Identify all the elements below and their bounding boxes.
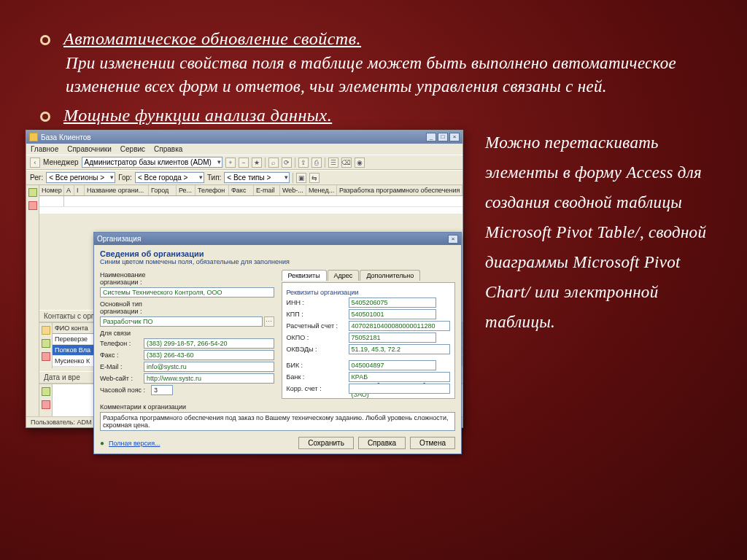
toolbar-icon[interactable]: ◉ — [355, 158, 365, 168]
phone-input[interactable]: (383) 299-18-57, 266-54-20 — [144, 338, 274, 349]
web-label: Web-сайт : — [100, 375, 144, 382]
grid-col[interactable]: А — [64, 185, 74, 195]
separator — [295, 158, 295, 168]
nav-icon[interactable]: ‹ — [30, 158, 40, 168]
toolbar-icon[interactable]: + — [225, 158, 236, 168]
inn-label: ИНН : — [287, 299, 349, 306]
side-icon[interactable] — [42, 339, 50, 348]
tz-input[interactable]: 3 — [151, 385, 173, 395]
grid-col[interactable]: Номер — [39, 185, 64, 195]
filter-icon[interactable]: ▣ — [296, 173, 306, 183]
save-button[interactable]: Сохранить — [298, 437, 354, 449]
okpo-input[interactable]: 75052181 — [349, 332, 436, 343]
fax-input[interactable]: (383) 266-43-60 — [144, 350, 274, 360]
name-input[interactable]: Системы Технического Контроля, ООО — [100, 287, 274, 298]
rs-label: Расчетный счет : — [287, 322, 349, 330]
toolbar-icon[interactable]: ⌕ — [268, 158, 279, 168]
grid-col[interactable]: E-mail — [254, 185, 280, 195]
dialog-close-button[interactable]: × — [448, 235, 458, 244]
type-input[interactable]: Разработчик ПО — [100, 316, 263, 327]
dialog-heading: Сведения об организации — [100, 249, 455, 258]
filter-icon[interactable]: ⇆ — [309, 173, 320, 183]
side-icon[interactable] — [42, 352, 50, 361]
dialog-titlebar[interactable]: Организация × — [94, 233, 461, 245]
grid-col[interactable]: Web-... — [280, 185, 306, 195]
toolbar-icon[interactable]: ★ — [252, 158, 262, 168]
phone-label: Телефон : — [100, 340, 144, 347]
bik-label: БИК : — [287, 362, 349, 369]
minimize-button[interactable]: _ — [426, 133, 436, 141]
toolbar-icon[interactable]: ☰ — [328, 158, 338, 168]
tz-label: Часовой пояс : — [100, 386, 151, 394]
korr-input[interactable] — [349, 384, 451, 394]
app-icon — [29, 133, 38, 141]
embedded-app-window: База Клиентов _ □ × Главное Справочники … — [26, 130, 463, 428]
filter-reg-combo[interactable]: < Все регионы > — [46, 172, 115, 183]
grid-col[interactable]: Разработка программного обеспечения ... — [337, 185, 462, 195]
bik-input[interactable]: 045004897 — [349, 360, 436, 370]
cancel-button[interactable]: Отмена — [410, 437, 455, 449]
comment-label: Комментарии к организации — [100, 403, 455, 411]
titlebar[interactable]: База Клиентов _ □ × — [26, 131, 462, 144]
grid-body[interactable] — [39, 196, 462, 214]
grid-col[interactable]: Телефон — [196, 185, 229, 195]
dialog-title: Организация — [97, 235, 141, 243]
toolbar-icon[interactable]: ⟳ — [282, 158, 292, 168]
grid-header: Номер А I Название органи... Город Ре...… — [39, 185, 462, 196]
comment-textarea[interactable]: Разработка программного обеспечения под … — [100, 412, 455, 431]
kpp-input[interactable]: 540501001 — [349, 309, 436, 319]
tab-address[interactable]: Адрес — [328, 270, 360, 281]
filter-gor-combo[interactable]: < Все города > — [135, 172, 204, 183]
full-version-link[interactable]: Полная версия... — [109, 440, 160, 447]
inn-input[interactable]: 5405206075 — [349, 298, 436, 308]
grid-col[interactable]: Факс — [229, 185, 254, 195]
okpo-label: ОКПО : — [287, 334, 349, 341]
tab-rekvizity[interactable]: Реквизиты — [282, 270, 327, 281]
web-input[interactable]: http://www.systc.ru — [144, 373, 274, 384]
grid-col[interactable]: Менед... — [306, 185, 337, 195]
bullet2-title: Мощные функции анализа данных. — [63, 106, 332, 125]
help-button[interactable]: Справка — [358, 437, 406, 449]
fax-label: Факс : — [100, 351, 144, 359]
grid-col[interactable]: I — [74, 185, 85, 195]
toolbar-icon[interactable]: − — [239, 158, 249, 168]
app-title: База Клиентов — [41, 133, 91, 141]
dialog-subheading: Синим цветом помечены поля, обязательные… — [100, 258, 455, 265]
korr-label: Корр. счет : — [287, 385, 349, 392]
grid-col[interactable]: Название органи... — [85, 185, 149, 195]
close-button[interactable]: × — [449, 133, 460, 141]
filter-tip-combo[interactable]: < Все типы > — [224, 172, 290, 183]
toolbar-icon[interactable]: ⇪ — [298, 158, 309, 168]
rs-input[interactable]: 40702810400080000011280 — [349, 321, 451, 331]
side-icon[interactable] — [28, 201, 37, 210]
toolbar-icon[interactable]: ⎙ — [311, 158, 322, 168]
body-paragraph-2: Можно перетаскивать элементы в форму Acc… — [485, 128, 707, 428]
bullet1-title: Автоматическое обновление свойств. — [63, 29, 361, 49]
bullet-icon — [40, 112, 50, 122]
tab-additional[interactable]: Дополнительно — [360, 270, 420, 281]
rekv-group: Реквизиты организации — [287, 289, 451, 296]
kpp-label: КПП : — [287, 311, 349, 318]
separator — [325, 158, 325, 168]
menu-dict[interactable]: Справочники — [67, 145, 112, 153]
bank-input[interactable]: КРАБ "Новосибирсквнешторгбанк" (ЗАО) — [349, 372, 451, 382]
side-icon[interactable] — [42, 326, 50, 335]
menu-service[interactable]: Сервис — [120, 145, 145, 153]
filter-reg-label: Рег: — [30, 174, 43, 182]
separator — [265, 158, 266, 168]
manager-combo[interactable]: Администратор базы клиентов (ADM) — [82, 157, 222, 168]
side-icon[interactable] — [28, 188, 37, 197]
bank-label: Банк : — [287, 373, 349, 381]
okved-input[interactable]: 51.19, 45.3, 72.2 — [349, 344, 451, 354]
name-label: Наименование организации : — [100, 271, 180, 286]
side-icon[interactable] — [42, 400, 50, 409]
toolbar-icon[interactable]: ⌫ — [341, 158, 352, 168]
email-input[interactable]: info@systc.ru — [144, 362, 274, 372]
maximize-button[interactable]: □ — [438, 133, 448, 141]
lookup-icon[interactable]: ⋯ — [264, 316, 274, 327]
menu-help[interactable]: Справка — [154, 145, 182, 153]
menu-main[interactable]: Главное — [31, 145, 58, 153]
grid-col[interactable]: Ре... — [177, 185, 196, 195]
grid-col[interactable]: Город — [149, 185, 177, 195]
side-icon[interactable] — [42, 387, 50, 396]
